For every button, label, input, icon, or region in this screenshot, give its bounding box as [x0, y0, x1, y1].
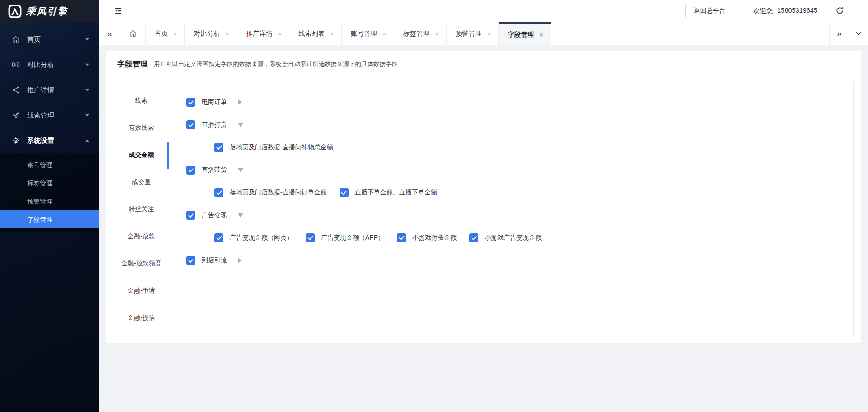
category-item[interactable]: 成交金额 [114, 142, 168, 169]
tab-label: 字段管理 [508, 30, 534, 39]
checkbox-checked[interactable] [214, 188, 223, 197]
checkbox-checked[interactable] [340, 188, 349, 197]
compare-icon [12, 61, 20, 69]
tab-promotion-detail[interactable]: 推广详情× [237, 22, 290, 45]
checkbox-checked[interactable] [186, 256, 195, 265]
close-icon[interactable]: × [435, 30, 439, 37]
close-icon[interactable]: × [382, 30, 387, 37]
category-item[interactable]: 成交量 [114, 169, 168, 196]
category-item[interactable]: 线索 [114, 87, 168, 114]
category-label: 金融-放款额度 [121, 260, 161, 268]
sidebar-submenu: 账号管理标签管理预警管理字段管理 [0, 153, 99, 231]
category-item[interactable]: 粉丝关注 [114, 196, 168, 223]
caret-down-icon[interactable] [238, 123, 243, 127]
checkbox-checked[interactable] [214, 143, 223, 152]
tree-parent-row: 到店引流 [186, 255, 844, 266]
sidebar-item-compare-analysis[interactable]: 对比分析 [0, 52, 99, 77]
gear-icon [12, 137, 20, 145]
sidebar-item-alert-management[interactable]: 预警管理 [0, 192, 99, 210]
category-label: 成交量 [132, 178, 151, 186]
tab-compare-analysis[interactable]: 对比分析× [185, 22, 237, 45]
tree-child-item: 广告变现金额（APP） [306, 233, 384, 242]
caret-down-icon[interactable] [238, 168, 243, 172]
category-item[interactable]: 金融-授信 [114, 304, 168, 331]
collapse-sidebar-icon[interactable] [113, 6, 123, 16]
sidebar-item-promotion-detail[interactable]: 推广详情 [0, 77, 99, 103]
sidebar-item-home[interactable]: 首页 [0, 27, 99, 52]
category-label: 金融-放款 [127, 232, 155, 241]
checkbox-checked[interactable] [306, 233, 315, 242]
sidebar-menu: 首页对比分析推广详情线索管理系统设置账号管理标签管理预警管理字段管理 [0, 22, 99, 231]
close-icon[interactable]: × [278, 30, 282, 37]
refresh-icon[interactable] [835, 6, 844, 15]
tab-label: 账号管理 [351, 29, 377, 38]
tab-tag-management[interactable]: 标签管理× [394, 22, 447, 45]
tab-label: 线索列表 [298, 29, 325, 38]
close-icon[interactable]: × [330, 30, 334, 37]
category-label: 线索 [135, 97, 148, 105]
tree-child-label: 广告变现金额（网页） [230, 234, 293, 242]
chevron-down-icon [85, 88, 90, 92]
tab-label: 对比分析 [194, 29, 220, 38]
close-icon[interactable]: × [487, 30, 491, 37]
tree-child-label: 广告变现金额（APP） [321, 234, 384, 242]
sidebar-item-system-settings[interactable]: 系统设置 [0, 128, 99, 153]
tree-children-group: 落地页及门店数据-直播间礼物总金额 [214, 143, 346, 152]
close-icon[interactable]: × [226, 30, 230, 37]
tree-children-group: 落地页及门店数据-直播间订单金额直播下单金额。直播下单金额 [214, 188, 450, 197]
tree-child-label: 小游戏付费金额 [412, 234, 457, 242]
checkbox-checked[interactable] [186, 98, 195, 107]
tab-field-management[interactable]: 字段管理× [499, 22, 551, 45]
sidebar-item-field-management[interactable]: 字段管理 [0, 210, 99, 228]
caret-right-icon[interactable] [238, 258, 242, 263]
sidebar-item-tag-management[interactable]: 标签管理 [0, 174, 99, 192]
tab-alert-management[interactable]: 预警管理× [447, 22, 499, 45]
tab-home-icon[interactable] [120, 22, 146, 45]
category-item[interactable]: 有效线索 [114, 114, 168, 142]
tree-child-label: 直播下单金额。直播下单金额 [355, 189, 437, 197]
tree-children-row: 落地页及门店数据-直播间订单金额直播下单金额。直播下单金额 [186, 187, 844, 199]
welcome-text: 欢迎您 15805319645 [753, 7, 817, 15]
account-number: 15805319645 [777, 7, 817, 15]
sidebar-item-label: 系统设置 [27, 137, 85, 145]
tab-home[interactable]: 首页× [146, 22, 185, 45]
close-icon[interactable]: × [539, 31, 543, 38]
tab-clue-list[interactable]: 线索列表× [289, 22, 342, 45]
close-icon[interactable]: × [173, 30, 177, 37]
main-area: 返回总平台 欢迎您 15805319645 « 首页×对比分析×推广 [99, 0, 868, 412]
tab-account-management[interactable]: 账号管理× [342, 22, 394, 45]
panel-divider [106, 76, 861, 76]
sidebar: 乘风引擎 首页对比分析推广详情线索管理系统设置账号管理标签管理预警管理字段管理 [0, 0, 99, 412]
checkbox-checked[interactable] [469, 233, 478, 242]
checkbox-checked[interactable] [186, 120, 195, 129]
caret-right-icon[interactable] [238, 99, 242, 105]
tree-node-label: 广告变现 [202, 211, 227, 219]
tree-node-label: 直播带货 [202, 166, 227, 174]
chevron-down-icon [85, 37, 90, 42]
sidebar-item-account-management[interactable]: 账号管理 [0, 156, 99, 174]
home-icon [12, 35, 20, 43]
tree-node-label: 到店引流 [202, 256, 227, 265]
tab-label: 首页 [155, 29, 168, 38]
tabs-scroll-right-icon[interactable]: » [829, 22, 849, 45]
checkbox-checked[interactable] [186, 211, 195, 220]
tabs-menu-chevron-down-icon[interactable] [849, 22, 868, 45]
category-item[interactable]: 金融-申请 [114, 277, 168, 304]
checkbox-checked[interactable] [214, 233, 223, 242]
brand-name: 乘风引擎 [26, 5, 68, 18]
checkbox-checked[interactable] [186, 166, 195, 175]
tree-child-item: 落地页及门店数据-直播间礼物总金额 [214, 143, 333, 152]
welcome-label: 欢迎您 [753, 7, 773, 15]
category-item[interactable]: 金融-放款额度 [114, 250, 168, 277]
category-label: 金融-授信 [127, 314, 155, 322]
tree-node-label: 电商订单 [202, 98, 227, 106]
checkbox-checked[interactable] [397, 233, 406, 242]
tabs-scroll-left-icon[interactable]: « [99, 22, 120, 45]
sidebar-item-clue-management[interactable]: 线索管理 [0, 103, 99, 128]
tabs-holder: 首页×对比分析×推广详情×线索列表×账号管理×标签管理×预警管理×字段管理× [146, 22, 551, 45]
caret-down-icon[interactable] [238, 213, 243, 218]
tree-children-row: 广告变现金额（网页）广告变现金额（APP）小游戏付费金额小游戏广告变现金额 [186, 232, 844, 244]
tree-node-label: 直播打赏 [202, 121, 227, 129]
category-item[interactable]: 金融-放款 [114, 223, 168, 250]
back-to-platform-button[interactable]: 返回总平台 [685, 4, 734, 18]
